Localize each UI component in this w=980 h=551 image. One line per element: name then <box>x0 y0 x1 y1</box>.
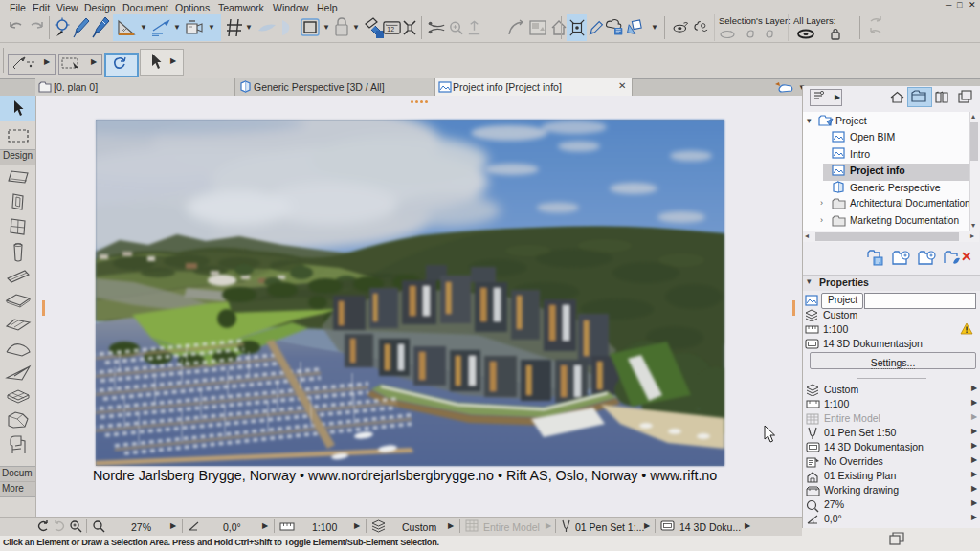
svg-text:12: 12 <box>387 26 394 33</box>
